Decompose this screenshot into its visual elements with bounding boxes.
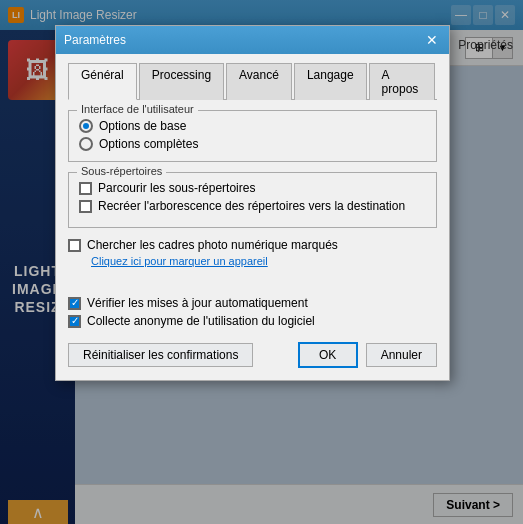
tab-avance[interactable]: Avancé xyxy=(226,63,292,100)
cancel-button[interactable]: Annuler xyxy=(366,343,437,367)
dialog-title-bar: Paramètres ✕ xyxy=(56,26,449,54)
bottom-checkboxes: Vérifier les mises à jour automatiquemen… xyxy=(68,296,437,328)
radio-base-label: Options de base xyxy=(99,119,186,133)
radio-complete[interactable]: Options complètes xyxy=(79,137,426,151)
interface-group-title: Interface de l'utilisateur xyxy=(77,103,198,115)
dialog-footer: Réinitialiser les confirmations OK Annul… xyxy=(68,342,437,368)
radio-complete-label: Options complètes xyxy=(99,137,198,151)
checkbox-parcourir-indicator xyxy=(79,182,92,195)
radio-complete-indicator xyxy=(79,137,93,151)
dialog-close-button[interactable]: ✕ xyxy=(423,31,441,49)
ok-button[interactable]: OK xyxy=(298,342,358,368)
checkbox-collecte[interactable]: Collecte anonyme de l'utilisation du log… xyxy=(68,314,437,328)
dialog-overlay: Paramètres ✕ Général Processing Avancé L… xyxy=(0,0,523,524)
checkbox-parcourir[interactable]: Parcourir les sous-répertoires xyxy=(79,181,426,195)
photo-link[interactable]: Cliquez ici pour marquer un appareil xyxy=(91,255,268,267)
dialog-tabs: Général Processing Avancé Langage A prop… xyxy=(68,62,437,100)
radio-base-indicator xyxy=(79,119,93,133)
checkbox-collecte-label: Collecte anonyme de l'utilisation du log… xyxy=(87,314,315,328)
tab-processing[interactable]: Processing xyxy=(139,63,224,100)
settings-dialog: Paramètres ✕ Général Processing Avancé L… xyxy=(55,25,450,381)
checkbox-verify-indicator xyxy=(68,297,81,310)
interface-group: Interface de l'utilisateur Options de ba… xyxy=(68,110,437,162)
radio-base[interactable]: Options de base xyxy=(79,119,426,133)
checkbox-recreer-indicator xyxy=(79,200,92,213)
checkbox-verify-label: Vérifier les mises à jour automatiquemen… xyxy=(87,296,308,310)
checkbox-parcourir-label: Parcourir les sous-répertoires xyxy=(98,181,255,195)
checkbox-recreer[interactable]: Recréer l'arborescence des répertoires v… xyxy=(79,199,426,213)
tab-apropos[interactable]: A propos xyxy=(369,63,435,100)
checkbox-recreer-label: Recréer l'arborescence des répertoires v… xyxy=(98,199,405,213)
checkbox-photo-indicator xyxy=(68,239,81,252)
sous-rep-group: Sous-répertoires Parcourir les sous-répe… xyxy=(68,172,437,228)
dialog-title: Paramètres xyxy=(64,33,126,47)
checkbox-photo-label: Chercher les cadres photo numérique marq… xyxy=(87,238,338,252)
dialog-body: Général Processing Avancé Langage A prop… xyxy=(56,54,449,380)
tab-langage[interactable]: Langage xyxy=(294,63,367,100)
spacer xyxy=(68,276,437,296)
sous-rep-group-title: Sous-répertoires xyxy=(77,165,166,177)
checkbox-verify[interactable]: Vérifier les mises à jour automatiquemen… xyxy=(68,296,437,310)
reset-button[interactable]: Réinitialiser les confirmations xyxy=(68,343,253,367)
checkbox-collecte-indicator xyxy=(68,315,81,328)
tab-general[interactable]: Général xyxy=(68,63,137,100)
checkbox-photo-row[interactable]: Chercher les cadres photo numérique marq… xyxy=(68,238,437,252)
